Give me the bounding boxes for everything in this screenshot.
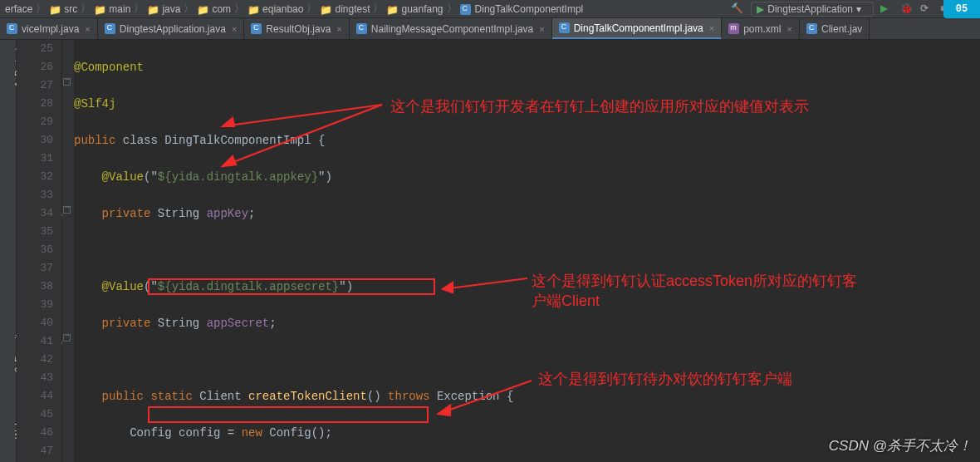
close-icon[interactable]: ×	[787, 24, 792, 34]
annotation-note-2b: 户端Client	[532, 291, 600, 311]
run-config-label: DingtestApplication	[767, 3, 853, 15]
close-icon[interactable]: ×	[232, 24, 237, 34]
bc-part[interactable]: eqianbao	[262, 3, 303, 15]
tab-pom[interactable]: pom.xml×	[722, 18, 800, 39]
tab-resultobj[interactable]: ResultObj.java×	[244, 18, 349, 39]
tab-nailingmessage[interactable]: NailingMessageComponentImpl.java×	[350, 18, 552, 39]
watermark: CSDN @杀手不太冷！	[829, 436, 972, 455]
close-icon[interactable]: ×	[336, 24, 341, 34]
class-icon	[460, 4, 472, 14]
tab-dingtestapplication[interactable]: DingtestApplication.java×	[98, 18, 245, 39]
annotation-note-2a: 这个是得到钉钉认证accessToken所对应的钉钉客	[532, 271, 857, 291]
bc-part[interactable]: main	[109, 3, 130, 15]
breadcrumb: erface〉 📁src〉 📁main〉 📁java〉 📁com〉 📁eqian…	[0, 0, 980, 18]
bc-part[interactable]: java	[162, 3, 180, 15]
bc-part[interactable]: erface	[5, 3, 32, 15]
fold-toggle[interactable]	[63, 334, 71, 342]
class-icon	[356, 23, 367, 34]
left-tool-strip: 1: Project 2: Favorites Web	[0, 40, 17, 462]
class-icon	[105, 23, 115, 34]
corner-badge: 05	[943, 0, 980, 18]
bc-part[interactable]: guanfang	[401, 3, 443, 15]
editor-tabs: viceImpl.java× DingtestApplication.java×…	[0, 18, 980, 40]
run-config-select[interactable]: ▶ DingtestApplication ▾	[751, 2, 874, 17]
maven-icon	[728, 23, 739, 34]
bc-part[interactable]: src	[64, 3, 77, 15]
class-icon	[7, 23, 17, 34]
annotation-note-3: 这个是得到钉钉待办对饮的钉钉客户端	[538, 369, 792, 389]
fold-toggle[interactable]	[63, 78, 71, 86]
build-icon[interactable]: 🔨	[731, 2, 744, 16]
folder-icon: 📁	[386, 4, 398, 14]
tab-label: ResultObj.java	[266, 23, 331, 35]
close-icon[interactable]: ×	[85, 24, 90, 34]
folder-icon: 📁	[320, 4, 331, 14]
line-gutter: 252627 ● 282930313233 34 @ 353637383940 …	[17, 40, 62, 462]
chevron-down-icon: ▾	[856, 3, 861, 15]
class-icon	[806, 23, 817, 34]
folder-icon: 📁	[247, 4, 259, 14]
tab-label: DingTalkComponentImpl.java	[574, 22, 703, 34]
coverage-icon[interactable]: ⟳	[920, 2, 933, 16]
close-icon[interactable]: ×	[539, 24, 544, 34]
fold-toggle[interactable]	[63, 206, 71, 214]
tab-label: pom.xml	[743, 23, 781, 35]
class-icon	[559, 22, 570, 33]
annotation-note-1: 这个是我们钉钉开发者在钉钉上创建的应用所对应的键值对表示	[390, 96, 809, 116]
run-icon[interactable]: ▶	[880, 2, 894, 16]
bc-part[interactable]: DingTalkComponentImpl	[475, 3, 584, 15]
folder-icon: 📁	[94, 4, 105, 14]
tab-label: Client.jav	[821, 23, 862, 35]
folder-icon: 📁	[147, 4, 159, 14]
bc-part[interactable]: com	[212, 3, 231, 15]
folder-icon: 📁	[49, 4, 61, 14]
tab-label: viceImpl.java	[22, 23, 79, 35]
fold-column	[62, 40, 74, 462]
tab-label: NailingMessageComponentImpl.java	[371, 23, 533, 35]
class-icon	[251, 23, 262, 34]
close-icon[interactable]: ×	[709, 23, 714, 33]
tab-label: DingtestApplication.java	[120, 23, 226, 35]
folder-icon: 📁	[197, 4, 208, 14]
tab-viceimpl[interactable]: viceImpl.java×	[0, 18, 98, 39]
debug-icon[interactable]: 🐞	[900, 2, 914, 16]
tab-dingtalkcomponentimpl[interactable]: DingTalkComponentImpl.java×	[552, 18, 723, 39]
bc-part[interactable]: dingtest	[335, 3, 370, 15]
tab-client[interactable]: Client.jav	[800, 18, 870, 39]
